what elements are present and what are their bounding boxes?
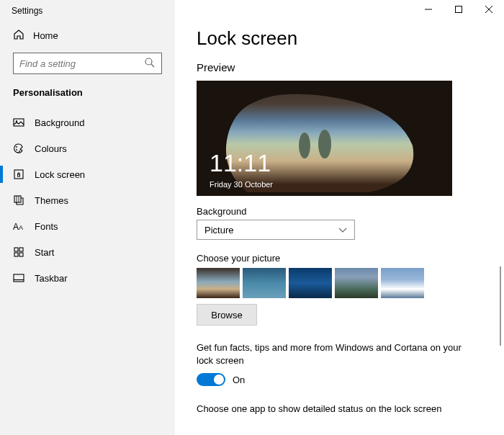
scrollbar[interactable] xyxy=(500,266,501,346)
svg-rect-8 xyxy=(18,174,20,176)
svg-point-22 xyxy=(299,133,310,158)
nav-label: Start xyxy=(35,247,54,258)
picture-thumb[interactable] xyxy=(197,268,240,298)
maximize-button[interactable] xyxy=(444,0,474,19)
nav-label: Background xyxy=(35,117,84,128)
background-dropdown[interactable]: Picture xyxy=(197,220,355,240)
svg-rect-13 xyxy=(19,248,23,251)
svg-rect-15 xyxy=(19,253,23,256)
nav-label: Fonts xyxy=(35,221,58,232)
nav-themes[interactable]: Themes xyxy=(0,187,175,213)
home-nav[interactable]: Home xyxy=(0,23,175,53)
search-input[interactable] xyxy=(19,58,144,69)
svg-rect-16 xyxy=(14,274,24,282)
svg-text:A: A xyxy=(13,222,19,232)
home-icon xyxy=(13,29,24,42)
palette-icon xyxy=(13,143,24,154)
page-title: Lock screen xyxy=(197,27,482,50)
dropdown-value: Picture xyxy=(204,225,233,236)
nav-start[interactable]: Start xyxy=(0,239,175,265)
home-label: Home xyxy=(33,30,58,41)
themes-icon xyxy=(13,194,24,206)
nav-colours[interactable]: Colours xyxy=(0,135,175,161)
nav-background[interactable]: Background xyxy=(0,109,175,135)
picture-thumb[interactable] xyxy=(381,268,424,298)
preview-label: Preview xyxy=(197,61,482,73)
fonts-icon: AA xyxy=(13,220,24,232)
tips-description: Get fun facts, tips and more from Window… xyxy=(197,341,470,367)
nav-label: Themes xyxy=(35,195,68,206)
sidebar: Settings Home Personalisation Background… xyxy=(0,0,175,435)
preview-date: Friday 30 October xyxy=(210,180,273,189)
category-label: Personalisation xyxy=(0,87,175,109)
search-box[interactable] xyxy=(13,53,162,74)
choose-picture-label: Choose your picture xyxy=(197,253,482,264)
svg-rect-9 xyxy=(14,196,21,202)
app-title: Settings xyxy=(0,0,175,23)
tips-toggle[interactable] xyxy=(197,373,225,386)
svg-point-4 xyxy=(16,146,17,148)
nav-label: Colours xyxy=(35,143,67,154)
taskbar-icon xyxy=(13,272,24,284)
picture-thumb[interactable] xyxy=(243,268,286,298)
svg-point-5 xyxy=(16,149,17,151)
svg-rect-12 xyxy=(14,248,18,251)
svg-point-23 xyxy=(318,130,331,158)
nav-label: Taskbar xyxy=(35,273,68,284)
nav-fonts[interactable]: AA Fonts xyxy=(0,213,175,239)
svg-rect-2 xyxy=(14,119,24,126)
background-label: Background xyxy=(197,206,482,217)
picture-icon xyxy=(13,117,24,128)
main-content: Lock screen Preview 11:11 Friday 30 Octo… xyxy=(175,0,504,435)
start-icon xyxy=(13,246,24,258)
toggle-state-label: On xyxy=(233,375,245,385)
picture-thumb[interactable] xyxy=(289,268,332,298)
preview-time: 11:11 xyxy=(210,149,271,177)
close-button[interactable] xyxy=(474,0,504,19)
svg-point-0 xyxy=(145,58,152,65)
chevron-down-icon xyxy=(338,225,347,236)
detailed-status-label: Choose one app to show detailed status o… xyxy=(197,403,482,418)
nav-lock-screen[interactable]: Lock screen xyxy=(0,161,175,187)
picture-thumbs xyxy=(197,268,482,298)
picture-thumb[interactable] xyxy=(335,268,378,298)
svg-point-6 xyxy=(19,151,20,152)
svg-text:A: A xyxy=(19,224,23,231)
nav-label: Lock screen xyxy=(35,169,85,180)
svg-rect-19 xyxy=(456,6,462,13)
window-controls xyxy=(413,0,504,19)
nav-taskbar[interactable]: Taskbar xyxy=(0,265,175,291)
browse-button[interactable]: Browse xyxy=(197,304,257,326)
minimize-button[interactable] xyxy=(413,0,444,19)
lock-preview: 11:11 Friday 30 October xyxy=(197,81,452,196)
lock-screen-icon xyxy=(13,169,24,180)
svg-line-1 xyxy=(151,64,154,67)
svg-rect-14 xyxy=(14,253,18,256)
nav-list: Background Colours Lock screen Themes AA… xyxy=(0,109,175,291)
search-icon xyxy=(144,57,156,71)
